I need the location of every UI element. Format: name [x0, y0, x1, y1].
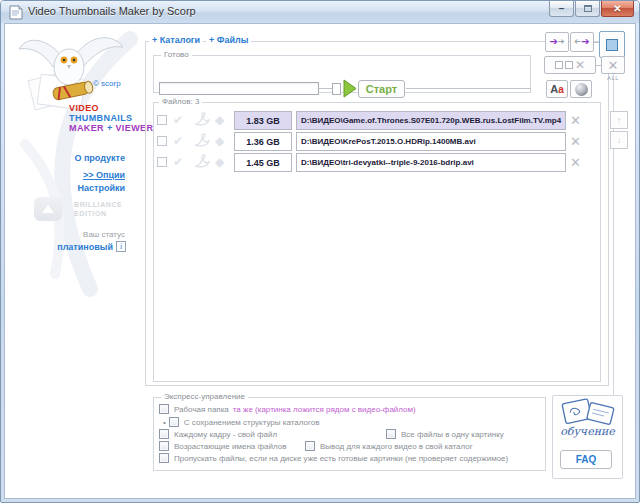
panel-view-button[interactable]	[599, 31, 625, 58]
each-frame-label: Каждому кадру - свой файл	[174, 430, 277, 439]
title-bar[interactable]: Video Thumbnails Maker by Scorp – ✕	[1, 1, 639, 23]
add-folders-link: + Каталоги	[149, 35, 203, 45]
triangle-icon	[42, 205, 54, 213]
maximize-button[interactable]	[575, 1, 600, 17]
file-path[interactable]: D:\ВИДЕО\tri-devyatki--triple-9-2016-bdr…	[296, 153, 566, 172]
faq-button[interactable]: FAQ	[560, 450, 612, 469]
minimize-button[interactable]: –	[549, 1, 574, 17]
skip-files-checkbox[interactable]	[159, 453, 169, 463]
remove-all-label: ALL	[601, 75, 625, 81]
app-window: Video Thumbnails Maker by Scorp – ✕	[0, 0, 640, 503]
status-label: Ваш статус	[1, 230, 125, 239]
start-button[interactable]: Старт	[358, 80, 405, 98]
training-icon[interactable]	[558, 397, 616, 427]
express-label: Экспресс-управление	[161, 392, 248, 402]
x-icon: ✕	[575, 59, 585, 71]
file-size[interactable]: 1.36 GB	[234, 132, 292, 151]
increment-names-checkbox[interactable]	[159, 441, 169, 451]
square-icon	[555, 61, 563, 69]
remove-file-button[interactable]: ✕	[570, 135, 581, 148]
one-image-checkbox[interactable]	[386, 429, 396, 439]
maximize-icon	[584, 5, 592, 12]
app-icon	[9, 5, 23, 20]
theme-button[interactable]	[570, 80, 592, 98]
square-icon	[565, 61, 573, 69]
connector-node	[332, 83, 341, 95]
close-button[interactable]: ✕	[601, 1, 634, 17]
logo-maker-viewer: MAKER + VIEWER	[69, 123, 153, 133]
workfolder-value[interactable]: та же (картинка ложится рядом с видео-фа…	[233, 405, 416, 414]
owl-logo	[13, 27, 131, 113]
font-settings-button[interactable]: Aa	[546, 80, 568, 98]
sidebar-item-settings[interactable]: Настройки	[1, 183, 125, 193]
info-icon[interactable]: i	[116, 241, 126, 252]
structure-checkbox[interactable]	[169, 417, 179, 427]
remove-all-button[interactable]: ✕	[601, 56, 625, 74]
clear-selection-button[interactable]: ✕	[544, 56, 596, 74]
edition-line2: EDITION	[74, 210, 107, 217]
sphere-icon	[575, 83, 588, 96]
add-files-link: + Файлы	[206, 35, 251, 45]
edition-icon	[34, 197, 62, 221]
ready-label: Готово	[161, 50, 192, 60]
diamond-icon[interactable]: ◆	[215, 113, 224, 127]
workfolder-label: Рабочая папка	[174, 405, 229, 414]
remove-file-button[interactable]: ✕	[570, 114, 581, 127]
swan-icon[interactable]	[192, 132, 212, 149]
row-checkbox[interactable]	[157, 115, 167, 125]
right-rail-line	[613, 58, 614, 395]
express-row-workfolder: Рабочая папка та же (картинка ложится ря…	[159, 404, 416, 414]
structure-label: С сохранением структуры каталогов	[184, 418, 320, 427]
check-icon[interactable]: ✔	[173, 155, 183, 169]
training-link[interactable]: обучение	[552, 425, 623, 438]
own-folder-label: Вывод для каждого видео в свой каталог	[320, 442, 473, 451]
exchange-button[interactable]: ➔➔	[570, 32, 594, 52]
file-path[interactable]: D:\ВИДЕО\KrePosT.2015.O.HDRip.1400MB.avi	[296, 132, 566, 151]
row-checkbox[interactable]	[157, 157, 167, 167]
check-icon[interactable]: ✔	[173, 134, 183, 148]
send-to-list-button[interactable]: ➔➔	[545, 32, 569, 52]
x-icon: ✕	[608, 59, 619, 72]
move-up-button[interactable]: ↑	[610, 111, 628, 129]
status-value: платиновый	[1, 242, 113, 252]
own-folder-checkbox[interactable]	[305, 441, 315, 451]
express-row-own-folder: Вывод для каждого видео в свой каталог	[305, 441, 473, 451]
increment-names-label: Возрастающие имена файлов	[174, 442, 286, 451]
logo-video: VIDEO	[69, 103, 99, 113]
swan-icon[interactable]	[192, 153, 212, 170]
move-down-button[interactable]: ↓	[610, 131, 628, 149]
sidebar-item-about[interactable]: О продукте	[1, 153, 125, 163]
progress-bar	[159, 82, 319, 95]
connector-line-2	[406, 88, 531, 89]
play-icon[interactable]	[343, 79, 357, 99]
express-row-skip-files: Пропускать файлы, если на диске уже есть…	[159, 453, 508, 463]
diamond-icon[interactable]: ◆	[215, 134, 224, 148]
remove-file-button[interactable]: ✕	[570, 156, 581, 169]
logo-thumbnails: THUMBNAILS	[69, 113, 133, 123]
one-image-label: Все файлы в одну картинку	[401, 430, 504, 439]
diamond-icon[interactable]: ◆	[215, 155, 224, 169]
skip-files-label: Пропускать файлы, если на диске уже есть…	[174, 454, 508, 463]
express-row-structure: • С сохранением структуры каталогов	[163, 417, 319, 427]
check-icon[interactable]: ✔	[173, 113, 183, 127]
blue-square-icon	[606, 39, 618, 51]
window-title: Video Thumbnails Maker by Scorp	[28, 5, 196, 17]
edition-line1: BRILLIANCE	[74, 201, 122, 208]
express-row-increment-names: Возрастающие имена файлов	[159, 441, 286, 451]
credit-link[interactable]: © scorp	[93, 79, 121, 88]
row-checkbox[interactable]	[157, 136, 167, 146]
file-size[interactable]: 1.83 GB	[234, 111, 292, 130]
bullet-icon: •	[163, 418, 166, 427]
file-path[interactable]: D:\ВИДЕО\Game.of.Thrones.S07E01.720p.WEB…	[296, 111, 566, 130]
express-row-one-image: Все файлы в одну картинку	[386, 429, 504, 439]
swan-icon[interactable]	[192, 111, 212, 128]
workfolder-checkbox[interactable]	[159, 404, 169, 414]
sidebar-item-options[interactable]: >> Опции	[1, 170, 125, 180]
each-frame-checkbox[interactable]	[159, 429, 169, 439]
files-count-label: Файлов: 3	[159, 97, 202, 107]
file-size[interactable]: 1.45 GB	[234, 153, 292, 172]
express-row-each-frame: Каждому кадру - свой файл	[159, 429, 277, 439]
connector-line	[319, 88, 332, 89]
